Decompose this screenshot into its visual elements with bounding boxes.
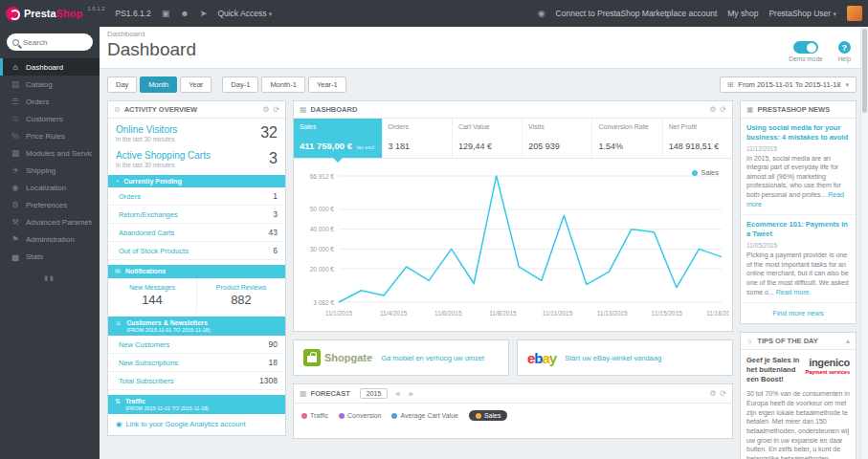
grid-icon: ▦ <box>300 105 307 114</box>
clock-icon: ◔ <box>115 178 119 185</box>
shopgate-link[interactable]: Ga mobiel en verhoog uw omzet <box>381 354 484 362</box>
customers-newsletters-header: ☺ Customers & Newsletters(FROM 2015-11-0… <box>108 317 285 336</box>
news-title-link[interactable]: Ecommerce 101: Payments in a Tweet <box>746 220 850 239</box>
refresh-icon[interactable]: ⟳ <box>720 105 726 114</box>
news-title-link[interactable]: Using social media for your business: 4 … <box>746 123 850 142</box>
sidebar-item-catalog[interactable]: ▤Catalog <box>0 76 100 93</box>
tips-text: 30 tot 70% van de consumenten in Europa … <box>746 389 850 459</box>
news-item: Using social media for your business: 4 … <box>741 119 856 215</box>
notifications-cells: New Messages 144 Product Reviews 882 <box>108 278 285 312</box>
tab-year[interactable]: Year <box>180 76 211 93</box>
analytics-icon: ◉ <box>116 420 122 428</box>
sidebar-item-preferences[interactable]: ⚙Preferences <box>0 196 100 213</box>
gear-icon[interactable]: ⚙ <box>709 389 716 398</box>
ebay-link[interactable]: Start uw eBay-winkel vandaag <box>565 354 661 362</box>
svg-text:11/8/2015: 11/8/2015 <box>489 310 517 317</box>
abandoned-carts-row[interactable]: Abandoned Carts43 <box>108 224 285 242</box>
kpi-conversion-rate[interactable]: Conversion Rate 1.54% <box>592 119 662 158</box>
demo-mode-toggle[interactable] <box>793 41 818 54</box>
shopgate-logo: Shopgate <box>303 349 372 366</box>
new-subscriptions-row[interactable]: New Subscriptions18 <box>108 354 285 372</box>
sidebar-item-shipping[interactable]: ✈Shipping <box>0 162 100 179</box>
shop-name-menu[interactable]: PS1.6.1.2 <box>116 9 151 18</box>
kpi-visits[interactable]: Visits 205 939 <box>523 119 592 158</box>
next-year-button[interactable]: » <box>408 389 412 399</box>
kpi-orders[interactable]: Orders 3 181 <box>383 119 453 158</box>
sidebar-item-label: Dashboard <box>26 63 63 72</box>
sidebar-item-stats[interactable]: ▅Stats <box>0 248 100 265</box>
google-analytics-link[interactable]: ◉ Link to your Google Analytics account <box>108 414 285 435</box>
prev-year-button[interactable]: « <box>395 389 400 399</box>
online-visitors-stat[interactable]: Online Visitors in the last 30 minutes 3… <box>108 119 285 144</box>
sidebar-item-localization[interactable]: ◉Localization <box>0 179 100 196</box>
svg-text:30 000 €: 30 000 € <box>310 246 335 252</box>
person-icon[interactable]: ☻ <box>180 9 189 18</box>
user-avatar[interactable] <box>847 6 862 21</box>
search-input[interactable] <box>23 38 82 47</box>
forecast-year-select[interactable]: 2015 <box>360 388 389 399</box>
tax-note: tax excl. <box>356 144 375 150</box>
scrollbar-thumb[interactable] <box>862 29 867 113</box>
legend-dot-icon <box>391 413 397 419</box>
active-carts-stat[interactable]: Active Shopping Carts in the last 30 min… <box>108 144 285 170</box>
legend-conversion[interactable]: Conversion <box>339 412 381 419</box>
find-more-news-link[interactable]: Find more news <box>741 303 856 323</box>
new-messages-cell[interactable]: New Messages 144 <box>108 278 197 312</box>
legend-average-cart-value[interactable]: Average Cart Value <box>391 412 457 419</box>
tab-year-1[interactable]: Year-1 <box>308 76 346 93</box>
refresh-icon[interactable]: ⟳ <box>273 105 279 114</box>
sidebar-item-orders[interactable]: ☰Orders <box>0 93 100 110</box>
sidebar-item-dashboard[interactable]: ⌂Dashboard <box>0 58 100 76</box>
ingenico-logo: ingenico Payment services <box>806 356 850 383</box>
new-customers-row[interactable]: New Customers90 <box>108 336 285 354</box>
read-more-link[interactable]: Read more <box>776 289 810 295</box>
tips-of-the-day-panel: ☼ TIPS OF THE DAY ▴ Geef je Sales in het… <box>740 332 857 459</box>
tab-month-1[interactable]: Month-1 <box>261 76 305 93</box>
tab-day-1[interactable]: Day-1 <box>222 76 258 93</box>
shipping-icon: ✈ <box>11 165 20 175</box>
vertical-scrollbar[interactable] <box>860 27 868 459</box>
chart-legend-sales[interactable]: Sales <box>692 168 719 177</box>
sidebar-item-customers[interactable]: ☺Customers <box>0 110 100 127</box>
out-of-stock-row[interactable]: Out of Stock Products6 <box>108 242 285 260</box>
sidebar-item-administration[interactable]: ⚑Administration <box>0 230 100 248</box>
gear-icon[interactable]: ⚙ <box>709 105 716 114</box>
sidebar-item-advanced-parameters[interactable]: ⚒Advanced Parameters <box>0 213 100 230</box>
sidebar-item-label: Modules and Services <box>26 149 92 158</box>
date-range-picker[interactable]: ⊞ From 2015-11-01 To 2015-11-18 ▾ <box>720 76 857 93</box>
sidebar-item-price-rules[interactable]: %Price Rules <box>0 127 100 144</box>
prestashop-news-panel: ▣ PRESTASHOP NEWS Using social media for… <box>740 100 857 324</box>
prestashop-logo[interactable]: PrestaShop 1.6.1.2 <box>6 6 105 22</box>
breadcrumb[interactable]: Dashboard <box>107 30 858 38</box>
kpi-net-profit[interactable]: Net Profit 148 918,51 € <box>663 119 732 158</box>
marketplace-link[interactable]: Connect to PrestaShop Marketplace accoun… <box>556 9 718 18</box>
kpi-sales[interactable]: Sales 411 759,00 € tax excl. <box>294 119 383 158</box>
legend-sales[interactable]: Sales <box>469 410 508 421</box>
kpi-cart-value[interactable]: Cart Value 129,44 € <box>453 119 523 158</box>
quick-access-menu[interactable]: Quick Access ▾ <box>217 9 272 18</box>
home-icon: ⌂ <box>11 62 20 72</box>
pending-returns-row[interactable]: Return/Exchanges3 <box>108 206 285 224</box>
total-subscribers-row[interactable]: Total Subscribers1308 <box>108 372 285 390</box>
product-reviews-cell[interactable]: Product Reviews 882 <box>197 278 285 312</box>
tips-icon: ☼ <box>746 337 753 345</box>
main-content: Dashboard Dashboard Demo mode ? Help Day <box>100 27 868 459</box>
collapse-menu-button[interactable]: ▮▮ <box>0 274 100 282</box>
help-icon[interactable]: ? <box>838 41 851 54</box>
user-menu[interactable]: PrestaShop User ▾ <box>768 9 836 18</box>
section-title: Traffic(FROM 2015-11-01 TO 2015-11-18) <box>125 398 209 411</box>
tab-day[interactable]: Day <box>107 76 137 93</box>
gear-icon[interactable]: ⚙ <box>262 105 269 114</box>
chevron-up-icon[interactable]: ▴ <box>846 337 850 345</box>
sidebar-search[interactable] <box>7 33 93 51</box>
refresh-icon[interactable]: ⟳ <box>720 389 726 398</box>
svg-text:11/13/2015: 11/13/2015 <box>597 310 628 317</box>
date-range-value: From 2015-11-01 To 2015-11-18 <box>738 80 840 89</box>
launch-icon[interactable]: ➤ <box>200 9 208 18</box>
tab-month[interactable]: Month <box>140 76 177 93</box>
pending-orders-row[interactable]: Orders1 <box>108 187 285 206</box>
my-shop-link[interactable]: My shop <box>727 9 758 18</box>
sidebar-item-modules[interactable]: ▦Modules and Services <box>0 144 100 162</box>
legend-traffic[interactable]: Traffic <box>301 412 328 419</box>
cart-icon[interactable]: ▣ <box>162 9 170 18</box>
